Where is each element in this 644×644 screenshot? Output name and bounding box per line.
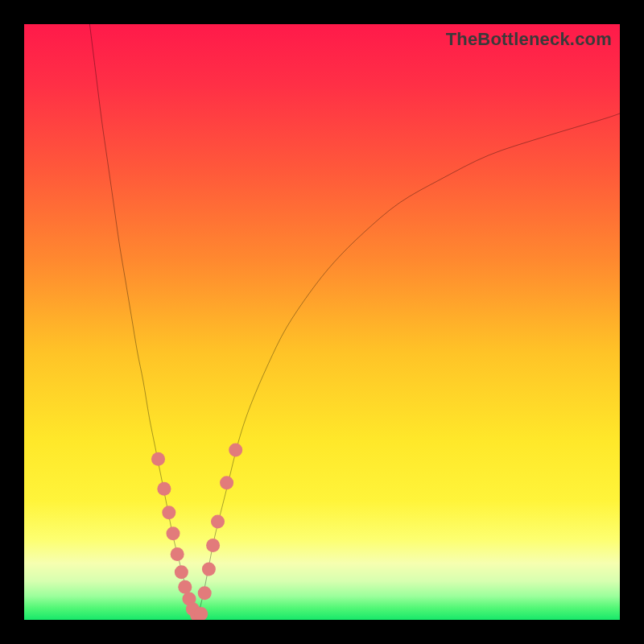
series-left-curve bbox=[89, 24, 196, 620]
data-marker bbox=[175, 565, 188, 579]
data-marker bbox=[178, 580, 192, 594]
data-marker bbox=[198, 586, 212, 600]
series-right-curve bbox=[197, 114, 620, 620]
data-marker bbox=[171, 547, 184, 561]
data-marker bbox=[211, 514, 225, 528]
data-marker bbox=[229, 444, 242, 457]
data-marker bbox=[157, 482, 171, 496]
outer-frame: TheBottleneck.com bbox=[0, 0, 644, 644]
data-marker bbox=[151, 452, 165, 466]
data-marker bbox=[162, 506, 175, 519]
data-marker bbox=[220, 476, 233, 489]
curve-layer bbox=[24, 24, 620, 620]
data-marker bbox=[166, 526, 180, 540]
plot-area: TheBottleneck.com bbox=[24, 24, 620, 620]
data-marker bbox=[202, 563, 216, 576]
data-marker bbox=[206, 539, 220, 552]
